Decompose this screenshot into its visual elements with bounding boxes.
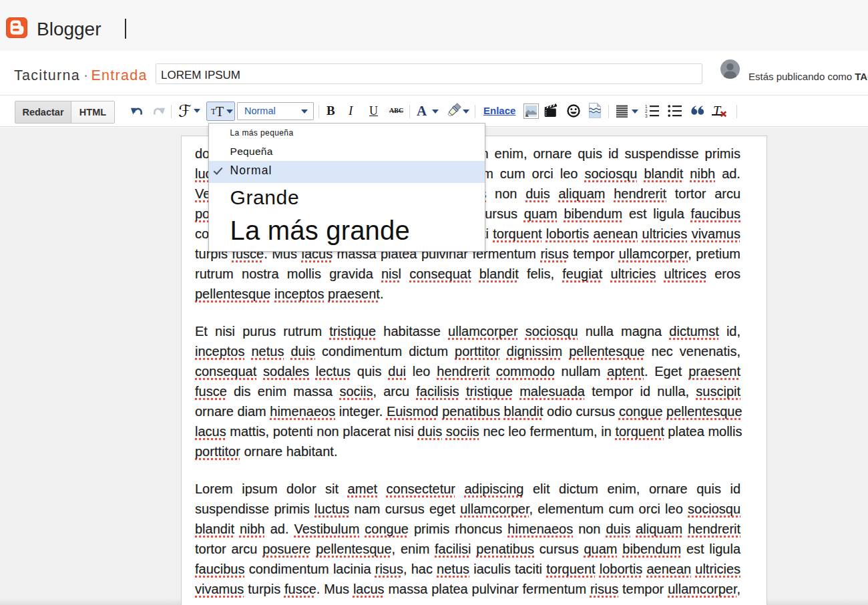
- alignment-dropdown-icon[interactable]: [632, 110, 638, 114]
- misspelled-word: luctus: [314, 501, 349, 516]
- numbered-list-icon[interactable]: 1 2 3: [645, 104, 660, 118]
- toolbar-separator: [475, 105, 475, 118]
- checkmark-icon: [214, 165, 223, 174]
- text-line: vivamus turpis fusce. Mus lacus massa pl…: [195, 579, 740, 599]
- insert-image-icon[interactable]: [523, 104, 539, 119]
- top-bar: Blogger: [0, 0, 868, 51]
- misspelled-word: ultricies: [695, 562, 740, 576]
- post-title-input[interactable]: LOREM IPSUM: [156, 63, 702, 84]
- text-line: porttitor ornare habitant.: [195, 441, 740, 461]
- svg-text:2: 2: [645, 109, 648, 114]
- breadcrumb-blog-name[interactable]: Taciturna: [14, 67, 80, 83]
- size-menu-item[interactable]: Grande: [209, 183, 485, 212]
- font-size-menu: La más pequeñaPequeñaNormalGrandeLa más …: [208, 123, 485, 252]
- strikethrough-button[interactable]: ABC: [389, 105, 403, 117]
- misspelled-word: sociis: [446, 424, 479, 439]
- bullet-list-icon[interactable]: [668, 104, 682, 118]
- breadcrumb-separator: ·: [80, 67, 91, 83]
- misspelled-word: himenaeos: [270, 404, 335, 419]
- misspelled-word: lectus: [316, 364, 351, 379]
- misspelled-word: blandit: [195, 522, 234, 536]
- text-line: faucibus condimentum lacinia risus, hac …: [195, 559, 740, 579]
- size-menu-item[interactable]: Pequeña: [209, 140, 485, 161]
- insert-jump-break-icon[interactable]: [588, 103, 602, 118]
- misspelled-word: aenean: [594, 226, 638, 241]
- misspelled-word: lobortis: [600, 562, 642, 576]
- font-family-icon[interactable]: ℱ: [178, 102, 192, 122]
- misspelled-word: risus: [540, 246, 568, 261]
- redo-icon[interactable]: [152, 107, 165, 116]
- misspelled-word: nibh: [690, 166, 715, 181]
- misspelled-word: sociosqu: [525, 324, 578, 339]
- misspelled-word: amet: [348, 481, 377, 496]
- highlight-color-dropdown-icon[interactable]: [463, 110, 469, 114]
- compose-tab-label: Redactar: [15, 102, 71, 123]
- size-menu-item[interactable]: Normal: [209, 161, 485, 183]
- text-color-button[interactable]: A: [417, 101, 427, 121]
- misspelled-word: aliquam: [558, 186, 605, 201]
- size-menu-item[interactable]: La más pequeña: [209, 126, 485, 140]
- bold-button[interactable]: B: [327, 101, 335, 121]
- misspelled-word: duis: [525, 186, 550, 201]
- breadcrumb: Taciturna·Entrada: [14, 67, 148, 84]
- misspelled-word: praesent: [328, 286, 380, 301]
- misspelled-word: posuere: [262, 542, 310, 556]
- misspelled-word: bibendum: [622, 542, 681, 556]
- font-size-big-t: T: [216, 104, 224, 119]
- blockquote-icon[interactable]: [691, 106, 704, 116]
- html-tab-label: HTML: [71, 102, 114, 123]
- misspelled-word: vivamus: [692, 226, 740, 241]
- text-line: rutrum nostra mollis gravida nisl conseq…: [195, 264, 740, 284]
- toolbar-separator: [736, 105, 737, 118]
- misspelled-word: praesent: [688, 364, 740, 379]
- highlight-color-icon[interactable]: [446, 102, 462, 118]
- size-menu-item-label: Pequeña: [230, 146, 273, 157]
- publishing-prefix: Estás publicando como: [748, 71, 855, 82]
- italic-button[interactable]: I: [349, 101, 353, 121]
- insert-emoji-icon[interactable]: [567, 104, 580, 118]
- text-line: fusce dis enim massa sociis, arcu facili…: [195, 381, 740, 401]
- avatar: [720, 59, 740, 79]
- misspelled-word: hendrerit: [688, 522, 740, 536]
- misspelled-word: bibendum: [564, 206, 622, 221]
- paragraph-format-select[interactable]: Normal: [237, 102, 314, 120]
- misspelled-word: duis: [290, 344, 315, 359]
- toolbar-separator: [318, 105, 319, 118]
- remove-formatting-x-icon: [720, 110, 727, 118]
- misspelled-word: ultricies: [642, 226, 688, 241]
- paragraph-format-dropdown-icon: [301, 110, 308, 114]
- text-line: Et nisi purus rutrum tristique habitasse…: [195, 321, 740, 341]
- html-tab-button[interactable]: HTML: [71, 101, 115, 124]
- misspelled-word: quam: [584, 542, 617, 556]
- insert-link-button[interactable]: Enlace: [483, 104, 515, 118]
- text-color-dropdown-icon[interactable]: [432, 110, 439, 114]
- misspelled-word: facilisis: [416, 384, 459, 399]
- undo-icon[interactable]: [131, 107, 144, 116]
- size-menu-item[interactable]: La más grande: [209, 212, 485, 251]
- misspelled-word: consequat: [195, 364, 256, 379]
- text-line: ornare diam himenaeos integer. Euismod p…: [195, 401, 740, 421]
- misspelled-word: sociis: [339, 384, 373, 399]
- blogger-logo-icon[interactable]: [6, 17, 27, 38]
- misspelled-word: facilisi: [435, 542, 471, 556]
- font-family-dropdown-icon[interactable]: [194, 109, 200, 113]
- misspelled-word: vivamus: [195, 582, 244, 596]
- misspelled-word: netus: [251, 344, 284, 359]
- misspelled-word: torquent: [493, 226, 541, 241]
- svg-text:1: 1: [645, 104, 648, 109]
- insert-video-icon[interactable]: [544, 103, 559, 118]
- underline-button[interactable]: U: [369, 101, 378, 121]
- misspelled-word: pellentesque: [666, 404, 742, 419]
- misspelled-word: commodo: [496, 364, 555, 379]
- misspelled-word: inceptos: [195, 344, 245, 359]
- misspelled-word: dui: [388, 364, 406, 379]
- remove-formatting-button[interactable]: T: [713, 101, 720, 121]
- misspelled-word: ullamcorper: [448, 324, 517, 339]
- title-bar: Taciturna·Entrada LOREM IPSUM Estás publ…: [0, 51, 868, 95]
- text-line: consequat sodales lectus quis dui leo he…: [195, 361, 740, 381]
- misspelled-word: tristique: [466, 384, 513, 399]
- alignment-icon[interactable]: [616, 105, 628, 118]
- font-size-button[interactable]: T T: [206, 102, 235, 121]
- compose-tab-button[interactable]: Redactar: [15, 101, 71, 124]
- publishing-account: TACITURNA: [855, 71, 868, 82]
